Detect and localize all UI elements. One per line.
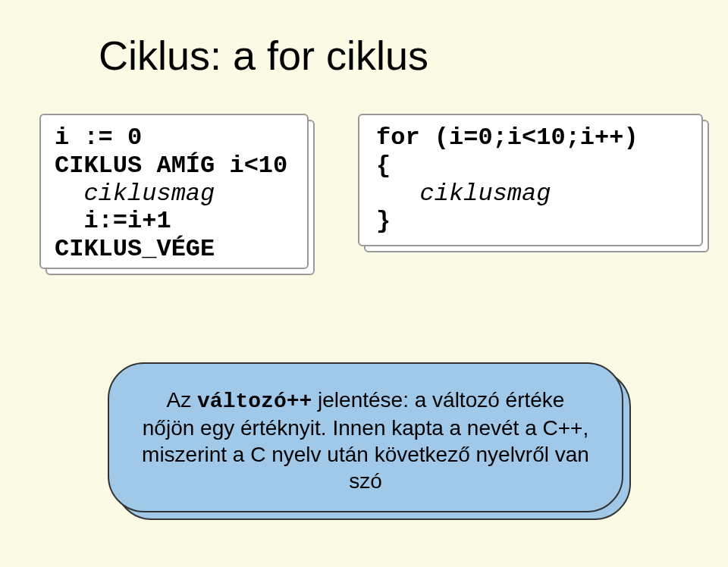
pseudocode-box: i := 0 CIKLUS AMÍG i<10 ciklusmag i:=i+1…	[39, 114, 309, 269]
note-body: Az változó++ jelentése: a változó értéke…	[108, 362, 623, 512]
pseudocode-line: i := 0	[55, 124, 293, 152]
note-prefix: Az	[167, 388, 197, 412]
ccode-line: for (i=0;i<10;i++)	[376, 124, 685, 152]
ccode-box: for (i=0;i<10;i++) { ciklusmag }	[358, 114, 703, 246]
note-bold: változó++	[197, 390, 312, 413]
note-callout: Az változó++ jelentése: a változó értéke…	[108, 362, 623, 512]
pseudocode-line: CIKLUS AMÍG i<10	[55, 152, 293, 180]
ccode-line: ciklusmag	[376, 180, 685, 208]
pseudocode-line: ciklusmag	[55, 180, 293, 208]
pseudocode-line: CIKLUS_VÉGE	[55, 236, 293, 264]
slide-title: Ciklus: a for ciklus	[99, 32, 428, 79]
pseudocode-line: i:=i+1	[55, 208, 293, 236]
ccode-line: }	[376, 208, 685, 236]
ccode-line: {	[376, 152, 685, 180]
